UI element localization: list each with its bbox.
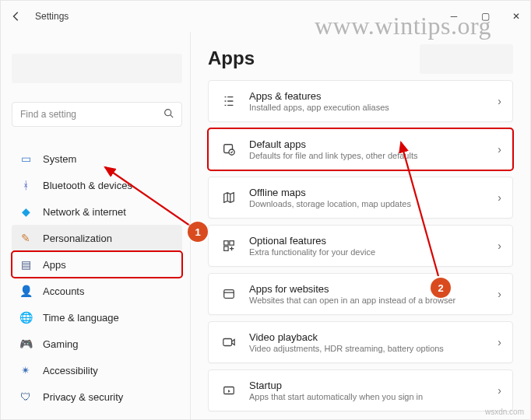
title-bar: Settings ─ ▢ ✕ <box>1 1 530 32</box>
card-subtitle: Installed apps, app execution aliases <box>249 103 498 112</box>
sidebar-item-accounts[interactable]: 👤Accounts <box>12 278 182 304</box>
card-title: Apps & features <box>249 90 498 102</box>
sidebar-item-label: Accounts <box>43 285 84 297</box>
arrow-left-icon <box>11 11 22 22</box>
main-content: Apps Apps & featuresInstalled apps, app … <box>191 32 530 419</box>
sidebar-item-apps[interactable]: ▤Apps <box>12 251 182 278</box>
sidebar-item-label: Network & internet <box>43 206 126 218</box>
minimize-button[interactable]: ─ <box>448 11 460 22</box>
wifi-icon: ◆ <box>18 204 33 219</box>
card-title: Startup <box>249 380 498 391</box>
chevron-right-icon: › <box>498 288 501 300</box>
sidebar-item-label: Accessibility <box>43 365 98 376</box>
watermark-bottom: wsxdn.com <box>485 408 524 416</box>
svg-rect-9 <box>223 339 232 346</box>
sidebar-item-privacy[interactable]: 🛡Privacy & security <box>12 383 182 410</box>
startup-icon <box>220 381 238 400</box>
card-title: Default apps <box>249 138 498 150</box>
card-offline-maps[interactable]: Offline mapsDownloads, storage location,… <box>208 177 513 219</box>
card-video-playback[interactable]: Video playbackVideo adjustments, HDR str… <box>208 321 513 363</box>
window-title: Settings <box>35 11 69 22</box>
chevron-right-icon: › <box>498 336 501 348</box>
sidebar-item-time[interactable]: 🌐Time & language <box>12 304 182 331</box>
display-icon: ▭ <box>18 151 33 166</box>
sidebar-item-gaming[interactable]: 🎮Gaming <box>12 331 182 357</box>
update-icon: ↻ <box>18 415 33 420</box>
sidebar-item-accessibility[interactable]: ✴Accessibility <box>12 357 182 383</box>
close-button[interactable]: ✕ <box>510 11 522 22</box>
sidebar-item-update[interactable]: ↻Windows Update <box>12 410 182 420</box>
card-subtitle: Downloads, storage location, map updates <box>249 199 498 208</box>
apps-icon: ▤ <box>18 257 33 272</box>
back-button[interactable] <box>9 9 24 24</box>
sidebar-item-label: Windows Update <box>43 418 119 421</box>
card-apps-for-websites[interactable]: Apps for websitesWebsites that can open … <box>208 273 513 315</box>
search-box[interactable] <box>12 102 182 127</box>
sidebar-item-label: Time & language <box>43 312 119 324</box>
card-apps-features[interactable]: Apps & featuresInstalled apps, app execu… <box>208 80 513 122</box>
svg-rect-7 <box>224 247 228 250</box>
card-default-apps[interactable]: Default appsDefaults for file and link t… <box>208 128 513 170</box>
annotation-step-1: 1 <box>188 222 208 242</box>
card-subtitle: Extra functionality for your device <box>249 247 498 257</box>
accessibility-icon: ✴ <box>18 362 33 378</box>
header-placeholder <box>420 44 513 74</box>
svg-rect-6 <box>230 241 234 245</box>
chevron-right-icon: › <box>498 384 501 397</box>
bluetooth-icon: ᚼ <box>18 177 33 193</box>
sidebar-item-label: Privacy & security <box>43 391 123 403</box>
map-icon <box>220 188 238 207</box>
card-subtitle: Video adjustments, HDR streaming, batter… <box>249 344 498 353</box>
maximize-button[interactable]: ▢ <box>479 11 491 22</box>
svg-rect-8 <box>224 290 234 299</box>
account-placeholder <box>12 54 182 83</box>
card-title: Apps for websites <box>249 283 498 295</box>
person-icon: 👤 <box>18 283 33 299</box>
svg-point-0 <box>165 110 171 116</box>
shield-icon: 🛡 <box>18 389 33 404</box>
chevron-right-icon: › <box>498 240 501 252</box>
sidebar-item-label: System <box>43 153 76 165</box>
chevron-right-icon: › <box>498 143 501 156</box>
card-subtitle: Defaults for file and link types, other … <box>249 151 498 160</box>
card-title: Video playback <box>249 331 498 343</box>
video-icon <box>220 333 238 352</box>
nav-list: ▭System ᚼBluetooth & devices ◆Network & … <box>12 145 182 420</box>
sidebar: ▭System ᚼBluetooth & devices ◆Network & … <box>1 32 191 419</box>
annotation-step-2: 2 <box>431 278 451 298</box>
sidebar-item-network[interactable]: ◆Network & internet <box>12 198 182 225</box>
globe-icon: 🌐 <box>18 310 33 325</box>
sidebar-item-personalization[interactable]: ✎Personalization <box>12 225 182 251</box>
features-icon <box>220 236 238 255</box>
brush-icon: ✎ <box>18 230 33 246</box>
card-optional-features[interactable]: Optional featuresExtra functionality for… <box>208 225 513 267</box>
list-icon <box>220 92 238 110</box>
card-title: Optional features <box>249 235 498 247</box>
search-icon <box>164 108 174 121</box>
window-controls: ─ ▢ ✕ <box>448 11 522 22</box>
sidebar-item-label: Bluetooth & devices <box>43 180 132 191</box>
card-subtitle: Apps that start automatically when you s… <box>249 392 498 401</box>
sidebar-item-label: Personalization <box>43 233 112 244</box>
gamepad-icon: 🎮 <box>18 336 33 352</box>
card-title: Offline maps <box>249 187 498 198</box>
link-icon <box>220 285 238 303</box>
chevron-right-icon: › <box>498 95 501 107</box>
svg-line-1 <box>171 115 173 117</box>
sidebar-item-label: Gaming <box>43 338 79 350</box>
sidebar-item-system[interactable]: ▭System <box>12 145 182 172</box>
sidebar-item-label: Apps <box>43 259 66 271</box>
card-subtitle: Websites that can open in an app instead… <box>249 296 498 305</box>
svg-rect-5 <box>224 241 228 245</box>
sidebar-item-bluetooth[interactable]: ᚼBluetooth & devices <box>12 172 182 198</box>
chevron-right-icon: › <box>498 191 501 204</box>
default-apps-icon <box>220 140 238 159</box>
search-input[interactable] <box>20 109 164 120</box>
card-startup[interactable]: StartupApps that start automatically whe… <box>208 369 513 411</box>
